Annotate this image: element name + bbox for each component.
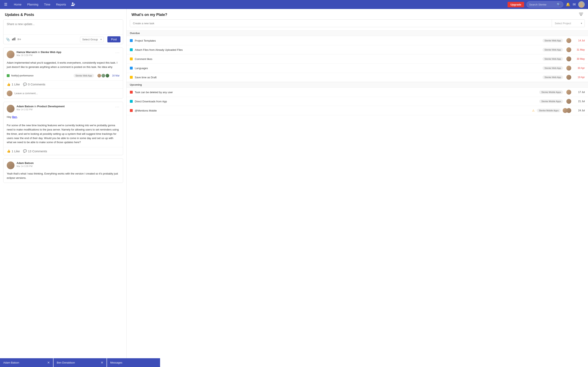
comment-icon-2: 💬 xyxy=(23,149,27,153)
task-row-overdue-5[interactable]: Save time as Draft Slenke Web App 19 Apr xyxy=(127,73,588,82)
feed-card-2: Adam Batson in Product Development Mar 1… xyxy=(3,102,123,155)
task-row-overdue-4[interactable]: Languages Slenke Web App 30 Apr xyxy=(127,64,588,73)
task-name-1: Notify() performance xyxy=(11,74,34,77)
task-row-overdue-2[interactable]: Attach Files from Already Uploaded Files… xyxy=(127,45,588,54)
hamburger-icon[interactable]: ☰ xyxy=(3,1,8,8)
like-count-1: 1 Like xyxy=(12,83,20,86)
task-avatar-overdue-5 xyxy=(566,75,571,80)
search-icon: 🔍 xyxy=(557,3,561,6)
task-date-upcoming-2: 21 Jul xyxy=(575,100,585,103)
svg-point-1 xyxy=(580,2,583,5)
group-select[interactable]: Select Group xyxy=(80,37,104,42)
task-avatar-1a xyxy=(97,73,102,78)
task-project-upcoming-1: Slenke Mobile Apps xyxy=(539,90,563,94)
task-row-overdue-1[interactable]: Project Templates Slenke Web App 14 Jul xyxy=(127,36,588,45)
post-button[interactable]: Post xyxy=(107,36,121,42)
card-menu-1[interactable]: ··· xyxy=(115,50,120,55)
select-group-wrapper: Select Group ▼ xyxy=(80,37,104,42)
nav-reports[interactable]: Reports xyxy=(53,2,68,7)
task-avatar-1b xyxy=(101,73,105,78)
card-body-1: Adam implemented what you'd suggested, i… xyxy=(3,60,123,72)
card-menu-2[interactable]: ··· xyxy=(115,105,120,109)
profile-avatar[interactable] xyxy=(578,1,585,8)
mention-ben[interactable]: Ben xyxy=(12,115,17,118)
like-action-1[interactable]: 👍 1 Like xyxy=(7,83,20,86)
nav-links: Home Planning Time Reports xyxy=(11,2,68,7)
card-meta-3: Adam Batson Mar 14 3:09 PM xyxy=(17,161,120,167)
task-name-overdue-4: Languages xyxy=(135,67,540,70)
mail-icon[interactable]: ✉ xyxy=(573,2,576,7)
add-user-icon[interactable] xyxy=(71,2,75,7)
chat-close-ben[interactable]: ✕ xyxy=(101,361,103,365)
like-action-2[interactable]: 👍 1 Like xyxy=(7,149,20,153)
in-label-2: in xyxy=(34,105,37,108)
task-name-upcoming-1: Task can be deleted by any user xyxy=(135,91,537,94)
task-project-overdue-1: Slenke Web App xyxy=(543,39,563,42)
comment-action-2[interactable]: 💬 13 Comments xyxy=(23,149,47,153)
author-name-3: Adam Batson xyxy=(17,161,34,165)
task-dot-1 xyxy=(7,74,9,77)
chat-bar-ben[interactable]: Ben Donaldson ✕ xyxy=(53,358,107,367)
task-date-overdue-5: 19 Apr xyxy=(575,76,585,79)
main-layout: Updates & Posts 📎 ≡+ Select Group ▼ Post xyxy=(0,9,588,367)
card-meta-1: Hamza Warraich in Slenke Web App Mar 16 … xyxy=(17,50,113,57)
nav-home[interactable]: Home xyxy=(11,2,24,7)
bell-icon[interactable]: 🔔 xyxy=(566,2,570,7)
task-date-upcoming-3: 24 Jul xyxy=(575,109,585,112)
task-row-upcoming-2[interactable]: Direct Downloads from App Slenke Mobile … xyxy=(127,97,588,106)
task-avatar-overdue-2 xyxy=(566,47,571,52)
nav-right: Upgrade Search Slenke 🔍 🔔 ✉ xyxy=(508,1,585,8)
card-task-1: Notify() performance Slenke Web App 16 M… xyxy=(7,73,120,78)
project-select[interactable]: Select Project xyxy=(552,20,585,27)
filter-icon[interactable] xyxy=(579,13,583,17)
chart-icon[interactable] xyxy=(12,38,15,41)
task-project-overdue-4: Slenke Web App xyxy=(543,66,563,70)
list-plus-icon[interactable]: ≡+ xyxy=(17,38,21,41)
nav-planning[interactable]: Planning xyxy=(25,2,41,7)
plate-title: What's on my Plate? xyxy=(131,13,167,17)
card-footer-2: 👍 1 Like 💬 13 Comments xyxy=(3,147,123,155)
task-avatar-overdue-1 xyxy=(566,38,571,43)
search-box[interactable]: Search Slenke 🔍 xyxy=(527,1,563,8)
task-date-1: 16 Mar xyxy=(112,74,120,77)
task-date-overdue-3: 30 May xyxy=(575,58,585,60)
chat-bar-adam[interactable]: Adam Batson ✕ xyxy=(0,358,53,367)
chat-bar-messages[interactable]: Messages xyxy=(107,358,160,367)
task-create-input[interactable] xyxy=(130,20,552,27)
post-time-3: Mar 14 3:09 PM xyxy=(17,165,120,167)
task-avatar-1c xyxy=(105,73,110,78)
nav-time[interactable]: Time xyxy=(42,2,53,7)
task-name-overdue-5: Save time as Draft xyxy=(135,76,540,79)
upgrade-button[interactable]: Upgrade xyxy=(508,2,524,7)
task-color-upcoming-1 xyxy=(130,91,133,94)
task-name-overdue-1: Project Templates xyxy=(135,39,540,42)
task-date-upcoming-1: 17 Jul xyxy=(575,91,585,94)
comment-input-1[interactable] xyxy=(15,92,120,95)
card-header-2: Adam Batson in Product Development Mar 1… xyxy=(3,102,123,114)
task-avatar-upcoming-2 xyxy=(566,99,571,104)
like-icon-2: 👍 xyxy=(7,149,11,153)
task-row-overdue-3[interactable]: Comment likes Slenke Web App 30 May xyxy=(127,54,588,64)
attach-icon[interactable]: 📎 xyxy=(6,38,10,42)
chat-close-adam[interactable]: ✕ xyxy=(47,361,50,365)
project-select-wrapper: Select Project ▼ xyxy=(552,20,585,27)
task-project-overdue-2: Slenke Web App xyxy=(543,48,563,52)
like-icon-1: 👍 xyxy=(7,83,11,86)
svg-rect-3 xyxy=(13,38,14,40)
navbar: ☰ Home Planning Time Reports Upgrade Sea… xyxy=(0,0,588,9)
task-row-upcoming-1[interactable]: Task can be deleted by any user Slenke M… xyxy=(127,88,588,97)
chat-bars: Adam Batson ✕ Ben Donaldson ✕ Messages xyxy=(0,358,588,367)
card-author-3: Adam Batson xyxy=(17,161,120,165)
task-name-upcoming-3: @Mentions Mobile xyxy=(135,109,530,112)
post-textarea[interactable] xyxy=(3,20,123,34)
comment-action-1[interactable]: 💬 0 Comments xyxy=(23,83,45,86)
post-toolbar: 📎 ≡+ Select Group ▼ Post xyxy=(3,34,123,44)
task-name-upcoming-2: Direct Downloads from App xyxy=(135,100,537,103)
author-name-1: Hamza Warraich xyxy=(17,50,37,54)
task-row-upcoming-3[interactable]: @Mentions Mobile ⚠ Slenke Mobile Apps 24… xyxy=(127,106,588,115)
card-header-1: Hamza Warraich in Slenke Web App Mar 16 … xyxy=(3,48,123,60)
feed-card-3: Adam Batson Mar 14 3:09 PM Yeah that's w… xyxy=(3,158,123,183)
svg-rect-4 xyxy=(15,38,15,40)
task-avatar-overdue-3 xyxy=(566,57,571,61)
comment-count-1: 0 Comments xyxy=(28,83,45,86)
